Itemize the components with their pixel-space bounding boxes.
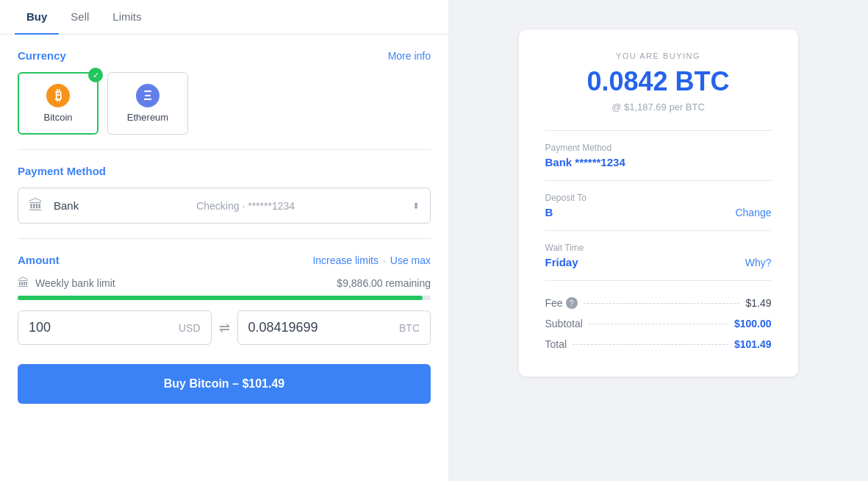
amount-inputs: USD ⇌ BTC xyxy=(18,310,431,345)
separator: · xyxy=(383,254,386,266)
deposit-to-value: B Change xyxy=(545,206,772,218)
summary-divider-2 xyxy=(545,180,772,181)
currency-section: Currency More info ✓ ₿ Bitcoin Ξ Ethereu… xyxy=(0,35,448,149)
bank-limit-left: 🏛 Weekly bank limit xyxy=(18,277,115,290)
wait-time-label: Wait Time xyxy=(545,243,772,253)
summary-divider-4 xyxy=(545,280,772,281)
bank-limit-icon: 🏛 xyxy=(18,277,29,290)
btc-input-box: BTC xyxy=(237,310,431,345)
fee-help-icon[interactable]: ? xyxy=(566,297,578,309)
summary-card: YOU ARE BUYING 0.0842 BTC @ $1,187.69 pe… xyxy=(519,29,798,377)
tab-buy[interactable]: Buy xyxy=(15,0,59,35)
currency-title: Currency xyxy=(18,49,66,62)
bitcoin-label: Bitcoin xyxy=(43,112,72,123)
payment-header: Payment Method xyxy=(18,165,431,177)
chevron-icon: ⬍ xyxy=(412,201,420,211)
subtotal-dots xyxy=(589,324,728,324)
btc-currency: BTC xyxy=(399,322,420,334)
weekly-limit-label: Weekly bank limit xyxy=(35,277,115,289)
subtotal-value: $100.00 xyxy=(734,318,772,329)
fee-label: Fee ? xyxy=(545,297,578,309)
usd-currency: USD xyxy=(179,322,201,334)
limit-remaining: $9,886.00 remaining xyxy=(337,277,431,289)
amount-header: Amount Increase limits · Use max xyxy=(18,254,431,266)
payment-method-value: Bank ******1234 xyxy=(545,156,772,168)
currency-card-ethereum[interactable]: Ξ Ethereum xyxy=(107,72,188,135)
tab-sell[interactable]: Sell xyxy=(59,0,101,35)
use-max-link[interactable]: Use max xyxy=(390,254,431,266)
amount-title: Amount xyxy=(18,254,60,266)
you-are-buying-label: YOU ARE BUYING xyxy=(545,51,772,60)
fee-value: $1.49 xyxy=(745,297,771,309)
payment-title: Payment Method xyxy=(18,165,106,177)
usd-input[interactable] xyxy=(29,320,132,335)
more-info-link[interactable]: More info xyxy=(388,50,431,62)
buy-button[interactable]: Buy Bitcoin – $101.49 xyxy=(18,364,431,404)
amount-links: Increase limits · Use max xyxy=(312,254,431,266)
usd-input-box: USD xyxy=(18,310,212,345)
summary-divider-3 xyxy=(545,230,772,231)
right-panel: YOU ARE BUYING 0.0842 BTC @ $1,187.69 pe… xyxy=(448,0,868,481)
total-row: Total $101.49 xyxy=(545,334,772,354)
deposit-to-label: Deposit To xyxy=(545,193,772,203)
currency-options: ✓ ₿ Bitcoin Ξ Ethereum xyxy=(18,72,431,135)
why-link[interactable]: Why? xyxy=(745,257,772,268)
swap-icon: ⇌ xyxy=(219,320,230,336)
progress-bar-container xyxy=(18,296,431,300)
payment-left: 🏛 Bank xyxy=(29,197,79,214)
total-value: $101.49 xyxy=(734,338,772,350)
bank-icon: 🏛 xyxy=(29,197,43,214)
bank-limit-row: 🏛 Weekly bank limit $9,886.00 remaining xyxy=(18,277,431,290)
currency-card-bitcoin[interactable]: ✓ ₿ Bitcoin xyxy=(18,72,98,135)
wait-time-value: Friday Why? xyxy=(545,256,772,268)
ethereum-label: Ethereum xyxy=(127,112,168,123)
bank-detail: Checking · ******1234 xyxy=(196,200,295,212)
currency-header: Currency More info xyxy=(18,49,431,62)
payment-method-row: Payment Method Bank ******1234 xyxy=(545,143,772,168)
amount-section: Amount Increase limits · Use max 🏛 Weekl… xyxy=(0,239,448,352)
subtotal-row: Subtotal $100.00 xyxy=(545,313,772,334)
bank-name: Bank xyxy=(54,199,79,212)
fee-row: Fee ? $1.49 xyxy=(545,293,772,313)
ethereum-icon: Ξ xyxy=(136,84,159,107)
total-label: Total xyxy=(545,338,567,350)
btc-price-display: @ $1,187.69 per BTC xyxy=(545,101,772,113)
summary-divider-1 xyxy=(545,130,772,131)
payment-section: Payment Method 🏛 Bank Checking · ******1… xyxy=(0,150,448,238)
tabs: Buy Sell Limits xyxy=(0,0,448,35)
total-dots xyxy=(573,344,728,345)
payment-method-label: Payment Method xyxy=(545,143,772,153)
bitcoin-icon: ₿ xyxy=(46,84,70,107)
wait-time-row: Wait Time Friday Why? xyxy=(545,243,772,268)
deposit-to-row: Deposit To B Change xyxy=(545,193,772,218)
btc-amount-display: 0.0842 BTC xyxy=(545,66,772,97)
subtotal-label: Subtotal xyxy=(545,318,583,329)
change-link[interactable]: Change xyxy=(735,207,771,218)
selected-check-icon: ✓ xyxy=(88,68,103,82)
left-panel: Buy Sell Limits Currency More info ✓ ₿ B… xyxy=(0,0,448,481)
increase-limits-link[interactable]: Increase limits xyxy=(312,254,378,266)
summary-header: YOU ARE BUYING 0.0842 BTC @ $1,187.69 pe… xyxy=(545,51,772,113)
tab-limits[interactable]: Limits xyxy=(101,0,153,35)
payment-selector[interactable]: 🏛 Bank Checking · ******1234 ⬍ xyxy=(18,188,431,224)
progress-bar-fill xyxy=(18,296,423,300)
btc-input[interactable] xyxy=(248,320,351,335)
fee-dots xyxy=(584,303,740,304)
